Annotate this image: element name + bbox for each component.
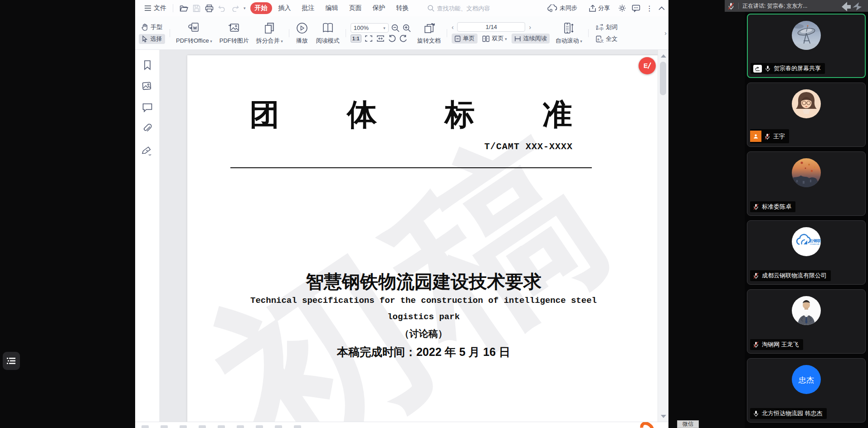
header-rule: [230, 167, 592, 168]
open-file-icon[interactable]: [180, 5, 188, 12]
participant-name: 淘钢网 王龙飞: [762, 340, 799, 349]
full-translate-button[interactable]: a文 全文: [593, 34, 623, 44]
settings-gear-icon[interactable]: [618, 4, 626, 12]
file-menu[interactable]: 文件: [141, 2, 169, 14]
participant-tile-wangyu[interactable]: 王宇: [747, 83, 866, 147]
double-page-button[interactable]: 双页 ▾: [479, 34, 510, 44]
zoom-level-select[interactable]: 100% ▾: [351, 23, 389, 33]
document-viewport[interactable]: 初稿 团 体 标 准 T/CAMT XXX-XXXX 智慧钢铁物流园建设技术要求…: [160, 50, 668, 422]
divider: [447, 29, 447, 37]
rotate-left-icon[interactable]: [388, 34, 396, 43]
divider: [346, 29, 346, 37]
play-button[interactable]: 播放: [292, 19, 312, 47]
read-mode-button[interactable]: 阅读模式: [313, 19, 343, 47]
actual-size-button[interactable]: 1:1: [351, 34, 361, 43]
tab-comment[interactable]: 批注: [297, 2, 319, 14]
tab-convert[interactable]: 转换: [392, 2, 414, 14]
fit-page-icon[interactable]: [364, 34, 373, 43]
page-indicator[interactable]: 1/14: [457, 22, 525, 32]
single-page-button[interactable]: 单页: [452, 34, 478, 44]
tab-insert[interactable]: 插入: [274, 2, 296, 14]
scrollbar-thumb[interactable]: [660, 62, 666, 95]
image-panel-icon[interactable]: [142, 82, 153, 92]
avatar-initials-text: 忠杰: [798, 376, 814, 384]
bookmark-icon[interactable]: [142, 60, 152, 71]
next-page-icon[interactable]: ›: [529, 24, 531, 31]
tab-home[interactable]: 开始: [250, 2, 272, 14]
rotate-right-icon[interactable]: [399, 34, 408, 43]
translate-floating-badge[interactable]: E: [639, 57, 656, 74]
tab-page[interactable]: 页面: [345, 2, 366, 14]
divider: [289, 29, 289, 37]
pointer-mode-group: 手型 选择: [137, 22, 167, 44]
meeting-speaking-banner: 正在讲话: 贺宗春; 京东方...: [725, 0, 868, 12]
signature-pen-icon[interactable]: [141, 145, 153, 156]
mic-muted-icon: [753, 203, 759, 210]
rotate-document-button[interactable]: 旋转文档: [414, 19, 444, 47]
document-outline-button[interactable]: [3, 352, 20, 370]
search-input[interactable]: [437, 5, 505, 12]
save-icon-disabled[interactable]: [193, 5, 200, 12]
previous-page-icon[interactable]: ‹: [452, 24, 454, 31]
more-options-icon[interactable]: ⋮: [646, 4, 653, 13]
participant-tile-hanzhongjie[interactable]: 忠杰 北方恒达物流园 韩忠杰: [747, 358, 866, 423]
participant-name: 标准委陈卓: [762, 203, 791, 211]
auto-scroll-icon: [563, 21, 575, 35]
sync-status[interactable]: 未同步: [545, 2, 580, 14]
participant-tile-chenzhuo[interactable]: 标准委陈卓: [747, 151, 866, 216]
orange-logo-arc: [638, 422, 657, 428]
header-char: 团: [249, 94, 279, 135]
comment-panel-icon[interactable]: [142, 102, 153, 112]
word-translate-button[interactable]: a中 划词: [593, 22, 623, 32]
share-button[interactable]: 分享: [585, 2, 613, 14]
tab-protect[interactable]: 保护: [368, 2, 390, 14]
participant-tile-hezongchun[interactable]: 贺宗春的屏幕共享: [747, 14, 866, 78]
zoom-in-icon[interactable]: [402, 24, 411, 33]
split-merge-button[interactable]: 拆分合并 ▾: [253, 19, 286, 47]
scroll-up-arrow[interactable]: [661, 54, 666, 58]
collapse-toolbar-icon[interactable]: [658, 6, 665, 10]
mic-on-icon: [765, 65, 771, 72]
pdf-to-image-icon: [227, 21, 241, 35]
auto-scroll-button[interactable]: 自动滚动 ▾: [552, 19, 585, 47]
attachment-icon[interactable]: [142, 123, 153, 134]
read-mode-label: 阅读模式: [316, 37, 340, 45]
standard-header: 团 体 标 准: [249, 94, 572, 135]
undo-icon-disabled[interactable]: [218, 5, 226, 12]
hand-icon: [141, 24, 148, 31]
quick-access-dropdown-icon[interactable]: ▾: [244, 6, 246, 10]
single-page-icon: [454, 35, 461, 42]
pdf-to-office-button[interactable]: PDF转Office ▾: [173, 19, 215, 47]
scroll-down-arrow[interactable]: [661, 415, 666, 418]
tab-edit[interactable]: 编辑: [321, 2, 343, 14]
participant-tile-wanglongfei[interactable]: 淘钢网 王龙飞: [747, 289, 866, 354]
mic-muted-icon: [753, 341, 759, 348]
fit-width-icon[interactable]: [376, 34, 385, 43]
zoom-level-value: 100%: [354, 24, 369, 31]
document-title: 智慧钢铁物流园建设技术要求: [187, 269, 660, 294]
vertical-scrollbar[interactable]: [658, 50, 668, 422]
select-tool-button[interactable]: 选择: [139, 34, 165, 44]
hand-tool-button[interactable]: 手型: [139, 22, 165, 32]
rotate-document-icon: [422, 21, 436, 35]
avatar-illustrated-woman: [792, 89, 821, 118]
participant-name-bar: 王宇: [750, 129, 789, 143]
toolbar-expand-icon[interactable]: ›: [664, 29, 667, 37]
header-char: 体: [347, 94, 377, 135]
print-icon[interactable]: [205, 5, 214, 12]
mic-muted-icon[interactable]: [727, 2, 735, 10]
participant-tile-yunganglian[interactable]: 云钢联YUNGANGLIAN 成都云钢联物流有限公司: [747, 220, 866, 285]
zoom-out-icon[interactable]: [391, 24, 400, 33]
cloud-unsynced-icon: [547, 5, 557, 12]
continuous-read-label: 连续阅读: [523, 34, 547, 43]
participants-panel: 贺宗春的屏幕共享 王宇 标准委陈卓 云钢联YUNGANGLIAN: [745, 12, 868, 428]
continuous-read-button[interactable]: 连续阅读: [512, 34, 550, 44]
redo-icon-disabled[interactable]: [231, 5, 239, 12]
search-box[interactable]: [427, 5, 505, 12]
participant-name-bar: 成都云钢联物流有限公司: [750, 270, 831, 281]
pdf-page: 初稿 团 体 标 准 T/CAMT XXX-XXXX 智慧钢铁物流园建设技术要求…: [187, 55, 660, 422]
hand-tool-label: 手型: [151, 23, 162, 31]
feedback-chat-icon[interactable]: [632, 5, 640, 12]
pdf-to-image-button[interactable]: PDF转图片: [216, 19, 252, 47]
logo-subtext: YUNGANGLIAN: [809, 243, 819, 245]
